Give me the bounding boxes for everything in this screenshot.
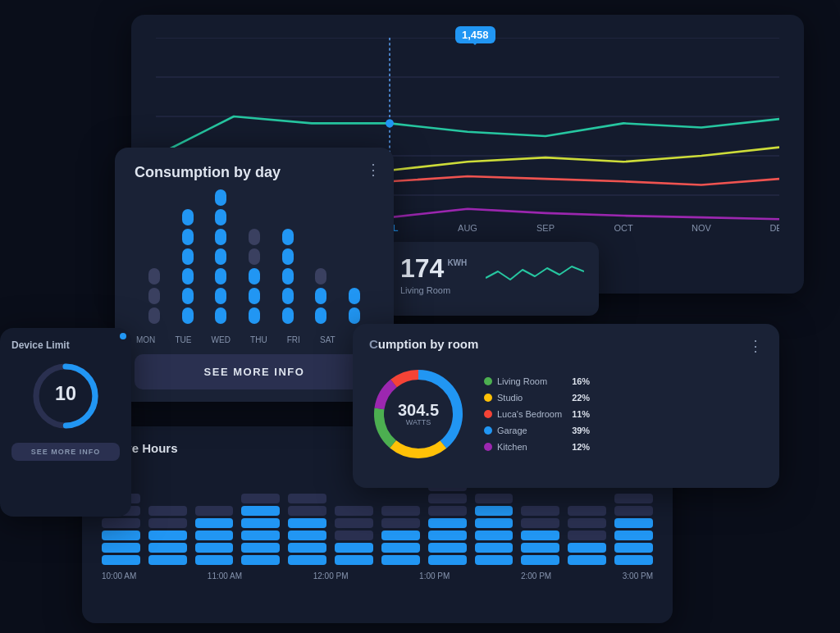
bar-col-fri	[271, 229, 304, 324]
svg-text:NOV: NOV	[692, 223, 711, 233]
active-col-9	[475, 494, 514, 565]
legend-item-living: Living Room 16%	[484, 376, 590, 386]
svg-text:DEC: DEC	[769, 223, 779, 233]
time-labels: 10:00 AM 11:00 AM 12:00 PM 1:00 PM 2:00 …	[102, 572, 653, 581]
room-content-row: 304.5 WATTS Living Room 16% Studio 22% L…	[369, 365, 763, 463]
active-col-5	[288, 494, 326, 565]
legend-pct-bedroom: 11%	[567, 409, 590, 419]
living-room-card: 174 KWH Living Room	[386, 242, 599, 316]
consumption-by-day-card: Consumption by day ⋮	[115, 148, 394, 402]
active-col-2	[148, 506, 187, 565]
day-label-thu: THU	[250, 335, 267, 344]
card-menu-icon[interactable]: ⋮	[366, 161, 381, 179]
legend-pct-kitchen: 12%	[567, 442, 590, 452]
donut-center: 304.5 WATTS	[398, 402, 439, 426]
legend-dot-living	[484, 377, 492, 385]
day-label-mon: MON	[136, 335, 155, 344]
legend-label-living: Living Room	[497, 376, 562, 386]
bar-chart	[135, 193, 374, 324]
legend-item-kitchen: Kitchen 12%	[484, 442, 590, 452]
see-more-info-button[interactable]: SEE MORE INFO	[135, 354, 374, 389]
active-col-7	[381, 506, 420, 565]
svg-text:SEP: SEP	[536, 223, 555, 233]
legend-label-bedroom: Luca's Bedroom	[497, 409, 562, 419]
time-label-10am: 10:00 AM	[102, 572, 136, 581]
consumption-by-day-title: Consumption by day	[135, 164, 281, 181]
day-label-tue: TUE	[175, 335, 191, 344]
room-card-menu[interactable]: ⋮	[748, 337, 763, 355]
svg-text:10: 10	[55, 383, 76, 404]
bar-col-tue	[171, 209, 205, 324]
legend-dot-garage	[484, 426, 492, 435]
legend-pct-living: 16%	[567, 376, 590, 386]
svg-text:OCT: OCT	[614, 223, 632, 233]
device-limit-card: Device Limit 10 SEE MORE INFO	[0, 328, 131, 517]
notification-dot	[120, 333, 126, 339]
legend-pct-garage: 39%	[567, 426, 590, 435]
active-col-10	[521, 506, 559, 565]
time-label-1pm: 1:00 PM	[419, 572, 450, 581]
legend-label-kitchen: Kitchen	[497, 442, 562, 452]
legend-dot-bedroom	[484, 410, 492, 418]
living-room-label: Living Room	[400, 285, 467, 295]
device-see-more-button[interactable]: SEE MORE INFO	[11, 443, 120, 461]
legend-label-garage: Garage	[497, 426, 562, 435]
legend-item-studio: Studio 22%	[484, 393, 590, 403]
chart-tooltip: 1,458	[455, 26, 495, 43]
donut-chart: 304.5 WATTS	[369, 365, 468, 463]
active-col-6	[335, 506, 373, 565]
bar-col-mon	[138, 268, 171, 324]
mini-sparkline	[486, 253, 584, 294]
time-label-2pm: 2:00 PM	[521, 572, 551, 581]
room-card-title: Cumption by room	[369, 337, 478, 351]
time-label-3pm: 3:00 PM	[623, 572, 653, 581]
active-col-12	[614, 494, 653, 565]
bar-col-thu	[238, 229, 272, 324]
device-limit-title: Device Limit	[11, 339, 120, 351]
svg-point-11	[386, 119, 394, 127]
svg-text:AUG: AUG	[458, 223, 477, 233]
bar-col-sun	[337, 288, 371, 324]
bar-col-sat	[304, 268, 338, 324]
time-label-11am: 11:00 AM	[208, 572, 242, 581]
day-label-fri: FRI	[287, 335, 300, 344]
active-col-11	[568, 506, 606, 565]
day-label-sat: SAT	[320, 335, 336, 344]
bar-col-wed	[204, 189, 238, 324]
time-label-12pm: 12:00 PM	[313, 572, 349, 581]
legend-item-bedroom: Luca's Bedroom 11%	[484, 409, 590, 419]
day-label-wed: WED	[212, 335, 231, 344]
legend-pct-studio: 22%	[567, 393, 590, 403]
legend-item-garage: Garage 39%	[484, 426, 590, 435]
gauge-wrap: 10	[11, 359, 120, 433]
legend-dot-kitchen	[484, 443, 492, 451]
active-col-8	[428, 481, 467, 565]
active-col-4	[241, 494, 280, 565]
legend-label-studio: Studio	[497, 393, 562, 403]
active-col-3	[195, 506, 234, 565]
room-legend: Living Room 16% Studio 22% Luca's Bedroo…	[484, 376, 590, 452]
legend-dot-studio	[484, 394, 492, 402]
consumption-by-room-card: Cumption by room ⋮ 304.5 WATTS	[353, 324, 779, 488]
living-room-value: 174 KWH	[400, 253, 467, 284]
